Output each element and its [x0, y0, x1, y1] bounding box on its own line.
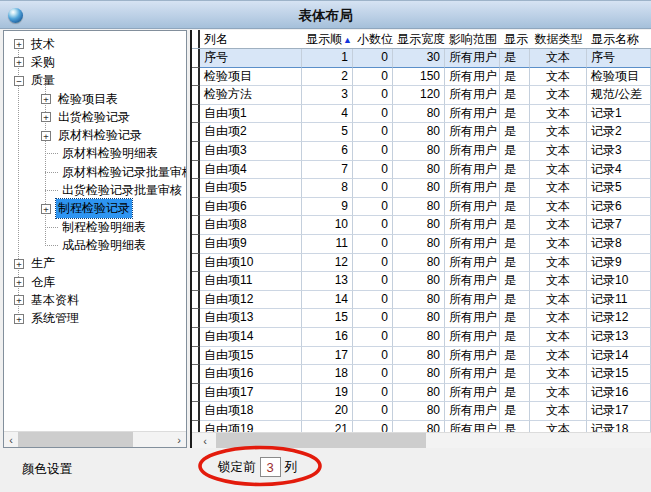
tree-item-label[interactable]: 出货检验记录批量审核 — [60, 181, 184, 200]
cell[interactable]: 记录7 — [587, 216, 651, 235]
cell[interactable]: 自由项8 — [200, 216, 302, 235]
tree-item-label[interactable]: 成品检验明细表 — [60, 236, 148, 255]
cell[interactable]: 0 — [353, 161, 393, 180]
row-indicator[interactable] — [192, 216, 200, 235]
cell[interactable]: 文本 — [530, 347, 587, 366]
cell[interactable]: 13 — [302, 272, 353, 291]
cell[interactable]: 是 — [500, 179, 530, 198]
tree-item-5[interactable]: +原材料检验记录 — [4, 126, 186, 144]
cell[interactable]: 记录8 — [587, 235, 651, 254]
table-row-0[interactable]: 序号1030所有用户是文本序号 — [192, 49, 651, 68]
cell[interactable]: 记录18 — [587, 421, 651, 432]
cell[interactable]: 检验方法 — [200, 86, 302, 105]
cell[interactable]: 文本 — [530, 365, 587, 384]
cell[interactable]: 9 — [302, 198, 353, 217]
cell[interactable]: 所有用户 — [445, 142, 500, 161]
cell[interactable]: 0 — [353, 235, 393, 254]
cell[interactable]: 12 — [302, 254, 353, 273]
cell[interactable]: 是 — [500, 123, 530, 142]
cell[interactable]: 0 — [353, 105, 393, 124]
cell[interactable]: 是 — [500, 68, 530, 87]
tree-item-2[interactable]: −质量 — [4, 72, 186, 90]
tree-item-label[interactable]: 基本资料 — [29, 291, 81, 310]
cell[interactable]: 17 — [302, 347, 353, 366]
cell[interactable]: 自由项5 — [200, 179, 302, 198]
cell[interactable]: 所有用户 — [445, 347, 500, 366]
tree-item-label[interactable]: 技术 — [29, 35, 57, 54]
cell[interactable]: 是 — [500, 347, 530, 366]
table-row-17[interactable]: 自由项1618080所有用户是文本记录15 — [192, 365, 651, 384]
tree-item-label[interactable]: 原材料检验记录 — [56, 126, 144, 145]
column-header-3[interactable]: 显示宽度 — [393, 30, 445, 48]
table-row-1[interactable]: 检验项目20150所有用户是文本检验项目 — [192, 68, 651, 87]
expand-icon[interactable]: + — [14, 39, 24, 49]
cell[interactable]: 150 — [393, 68, 445, 87]
tree-item-label[interactable]: 系统管理 — [29, 309, 81, 328]
cell[interactable]: 所有用户 — [445, 86, 500, 105]
tree-item-label[interactable]: 仓库 — [29, 273, 57, 292]
expand-icon[interactable]: + — [41, 131, 51, 141]
cell[interactable]: 规范/公差 — [587, 86, 651, 105]
row-indicator[interactable] — [192, 309, 200, 328]
table-row-8[interactable]: 自由项69080所有用户是文本记录6 — [192, 198, 651, 217]
cell[interactable]: 20 — [302, 402, 353, 421]
expand-icon[interactable]: + — [41, 204, 51, 214]
table-row-3[interactable]: 自由项14080所有用户是文本记录1 — [192, 105, 651, 124]
tree-item-9[interactable]: +制程检验记录 — [4, 200, 186, 218]
row-indicator[interactable] — [192, 347, 200, 366]
cell[interactable]: 记录10 — [587, 272, 651, 291]
expand-icon[interactable]: + — [14, 314, 24, 324]
cell[interactable]: 80 — [393, 198, 445, 217]
cell[interactable]: 自由项17 — [200, 384, 302, 403]
cell[interactable]: 记录2 — [587, 123, 651, 142]
cell[interactable]: 80 — [393, 328, 445, 347]
cell[interactable]: 80 — [393, 105, 445, 124]
row-indicator[interactable] — [192, 105, 200, 124]
cell[interactable]: 6 — [302, 142, 353, 161]
cell[interactable]: 0 — [353, 272, 393, 291]
tree-item-label[interactable]: 制程检验记录 — [56, 199, 132, 218]
tree-item-label[interactable]: 检验项目表 — [56, 90, 120, 109]
cell[interactable]: 文本 — [530, 309, 587, 328]
table-row-16[interactable]: 自由项1517080所有用户是文本记录14 — [192, 347, 651, 366]
cell[interactable]: 所有用户 — [445, 328, 500, 347]
cell[interactable]: 是 — [500, 216, 530, 235]
cell[interactable]: 记录1 — [587, 105, 651, 124]
lock-columns-count-input[interactable] — [260, 457, 281, 477]
tree-item-3[interactable]: +检验项目表 — [4, 90, 186, 108]
table-horizontal-scrollbar[interactable]: ‹ — [192, 432, 651, 448]
cell[interactable]: 是 — [500, 235, 530, 254]
cell[interactable]: 记录4 — [587, 161, 651, 180]
cell[interactable]: 记录14 — [587, 347, 651, 366]
column-header-2[interactable]: 小数位 — [353, 30, 393, 48]
column-header-6[interactable]: 数据类型 — [530, 30, 587, 48]
cell[interactable]: 所有用户 — [445, 235, 500, 254]
cell[interactable]: 是 — [500, 272, 530, 291]
cell[interactable]: 自由项18 — [200, 402, 302, 421]
cell[interactable]: 21 — [302, 421, 353, 432]
table-row-20[interactable]: 自由项1921080所有用户是文本记录18 — [192, 421, 651, 432]
cell[interactable]: 文本 — [530, 86, 587, 105]
cell[interactable]: 记录13 — [587, 328, 651, 347]
cell[interactable]: 记录6 — [587, 198, 651, 217]
cell[interactable]: 是 — [500, 384, 530, 403]
cell[interactable]: 80 — [393, 309, 445, 328]
row-indicator[interactable] — [192, 49, 200, 68]
row-indicator[interactable] — [192, 68, 200, 87]
cell[interactable]: 是 — [500, 105, 530, 124]
cell[interactable]: 0 — [353, 216, 393, 235]
cell[interactable]: 文本 — [530, 254, 587, 273]
cell[interactable]: 自由项9 — [200, 235, 302, 254]
cell[interactable]: 80 — [393, 235, 445, 254]
cell[interactable]: 记录17 — [587, 402, 651, 421]
cell[interactable]: 所有用户 — [445, 365, 500, 384]
cell[interactable]: 19 — [302, 384, 353, 403]
cell[interactable]: 所有用户 — [445, 198, 500, 217]
cell[interactable]: 80 — [393, 365, 445, 384]
cell[interactable]: 文本 — [530, 402, 587, 421]
tree-item-4[interactable]: +出货检验记录 — [4, 108, 186, 126]
cell[interactable]: 文本 — [530, 68, 587, 87]
tree-item-10[interactable]: 制程检验明细表 — [4, 218, 186, 236]
cell[interactable]: 自由项12 — [200, 291, 302, 310]
cell[interactable]: 文本 — [530, 198, 587, 217]
